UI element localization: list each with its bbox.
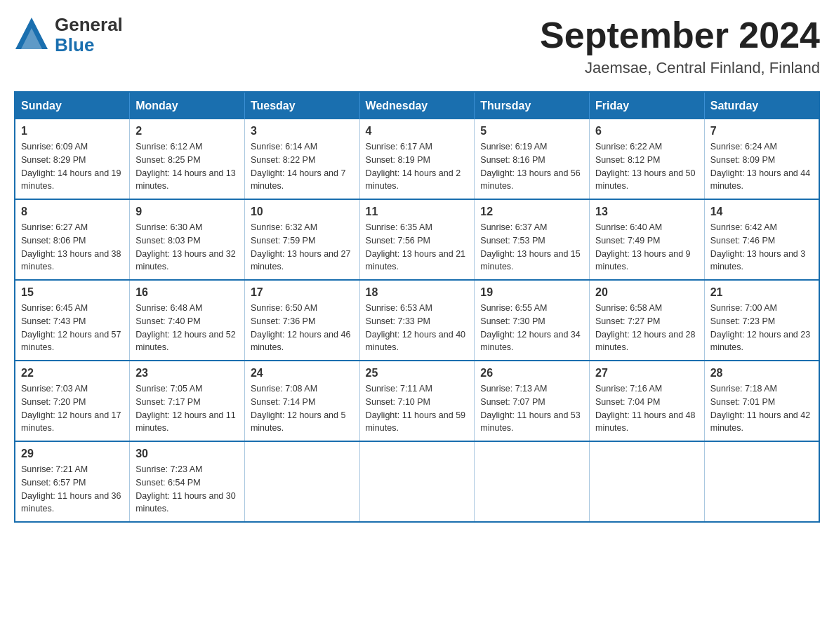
header-sunday: Sunday (15, 92, 130, 119)
table-row: 2 Sunrise: 6:12 AM Sunset: 8:25 PM Dayli… (130, 119, 245, 199)
daylight-text: Daylight: 14 hours and 19 minutes. (21, 168, 121, 192)
day-number: 6 (595, 125, 699, 137)
day-number: 4 (366, 125, 469, 137)
logo-icon (14, 14, 49, 55)
daylight-text: Daylight: 11 hours and 30 minutes. (135, 491, 235, 514)
table-row: 1 Sunrise: 6:09 AM Sunset: 8:29 PM Dayli… (15, 119, 130, 199)
day-number: 26 (480, 367, 583, 380)
daylight-text: Daylight: 11 hours and 53 minutes. (480, 410, 580, 434)
table-row (590, 441, 705, 522)
day-number: 17 (251, 286, 354, 299)
daylight-text: Daylight: 13 hours and 9 minutes. (595, 249, 691, 272)
location-subtitle: Jaemsae, Central Finland, Finland (540, 59, 820, 77)
table-row: 23 Sunrise: 7:05 AM Sunset: 7:17 PM Dayl… (130, 361, 245, 441)
sunrise-text: Sunrise: 7:08 AM (251, 384, 317, 394)
sunset-text: Sunset: 7:46 PM (710, 236, 775, 246)
header-monday: Monday (130, 92, 245, 119)
sunrise-text: Sunrise: 6:55 AM (480, 303, 547, 313)
table-row: 24 Sunrise: 7:08 AM Sunset: 7:14 PM Dayl… (244, 361, 359, 441)
day-number: 9 (135, 206, 239, 218)
day-number: 5 (480, 125, 583, 137)
table-row: 25 Sunrise: 7:11 AM Sunset: 7:10 PM Dayl… (359, 361, 475, 441)
day-info: Sunrise: 6:32 AM Sunset: 7:59 PM Dayligh… (251, 221, 354, 274)
day-info: Sunrise: 7:03 AM Sunset: 7:20 PM Dayligh… (21, 382, 124, 435)
sunrise-text: Sunrise: 7:18 AM (710, 384, 777, 394)
week-row-4: 22 Sunrise: 7:03 AM Sunset: 7:20 PM Dayl… (15, 361, 819, 441)
day-info: Sunrise: 6:55 AM Sunset: 7:30 PM Dayligh… (480, 302, 583, 354)
sunset-text: Sunset: 7:40 PM (135, 316, 200, 326)
daylight-text: Daylight: 13 hours and 27 minutes. (251, 249, 350, 272)
day-info: Sunrise: 6:19 AM Sunset: 8:16 PM Dayligh… (480, 140, 583, 193)
day-number: 11 (366, 206, 469, 218)
day-number: 2 (135, 125, 239, 137)
day-number: 29 (21, 448, 124, 460)
sunrise-text: Sunrise: 6:48 AM (135, 303, 202, 313)
day-number: 28 (710, 367, 813, 380)
sunrise-text: Sunrise: 6:45 AM (21, 303, 88, 313)
table-row: 30 Sunrise: 7:23 AM Sunset: 6:54 PM Dayl… (130, 441, 245, 522)
weekday-header-row: Sunday Monday Tuesday Wednesday Thursday… (15, 92, 819, 119)
day-number: 8 (21, 206, 124, 218)
day-number: 7 (710, 125, 813, 137)
sunset-text: Sunset: 7:07 PM (480, 397, 545, 407)
table-row (704, 441, 819, 522)
sunset-text: Sunset: 7:17 PM (135, 397, 200, 407)
daylight-text: Daylight: 13 hours and 3 minutes. (710, 249, 806, 272)
day-info: Sunrise: 6:40 AM Sunset: 7:49 PM Dayligh… (595, 221, 699, 274)
logo-words: General Blue (55, 15, 123, 55)
sunset-text: Sunset: 7:14 PM (251, 397, 315, 407)
sunrise-text: Sunrise: 6:12 AM (135, 142, 202, 152)
table-row (244, 441, 359, 522)
day-number: 19 (480, 286, 583, 299)
sunset-text: Sunset: 8:09 PM (710, 155, 775, 165)
daylight-text: Daylight: 11 hours and 48 minutes. (595, 410, 695, 434)
week-row-1: 1 Sunrise: 6:09 AM Sunset: 8:29 PM Dayli… (15, 119, 819, 199)
sunrise-text: Sunrise: 7:11 AM (366, 384, 432, 394)
day-info: Sunrise: 6:42 AM Sunset: 7:46 PM Dayligh… (710, 221, 813, 274)
day-info: Sunrise: 6:24 AM Sunset: 8:09 PM Dayligh… (710, 140, 813, 193)
table-row: 21 Sunrise: 7:00 AM Sunset: 7:23 PM Dayl… (704, 280, 819, 361)
day-number: 23 (135, 367, 239, 380)
sunrise-text: Sunrise: 6:42 AM (710, 222, 777, 232)
table-row: 19 Sunrise: 6:55 AM Sunset: 7:30 PM Dayl… (475, 280, 590, 361)
sunset-text: Sunset: 6:54 PM (135, 478, 200, 488)
day-info: Sunrise: 6:37 AM Sunset: 7:53 PM Dayligh… (480, 221, 583, 274)
sunset-text: Sunset: 7:33 PM (366, 316, 430, 326)
daylight-text: Daylight: 13 hours and 50 minutes. (595, 168, 695, 192)
daylight-text: Daylight: 11 hours and 42 minutes. (710, 410, 810, 434)
table-row: 26 Sunrise: 7:13 AM Sunset: 7:07 PM Dayl… (475, 361, 590, 441)
day-info: Sunrise: 7:00 AM Sunset: 7:23 PM Dayligh… (710, 302, 813, 354)
sunset-text: Sunset: 7:43 PM (21, 316, 86, 326)
day-info: Sunrise: 7:21 AM Sunset: 6:57 PM Dayligh… (21, 463, 124, 516)
daylight-text: Daylight: 12 hours and 17 minutes. (21, 410, 121, 434)
sunset-text: Sunset: 8:16 PM (480, 155, 545, 165)
day-number: 14 (710, 206, 813, 218)
sunrise-text: Sunrise: 6:30 AM (135, 222, 202, 232)
table-row: 16 Sunrise: 6:48 AM Sunset: 7:40 PM Dayl… (130, 280, 245, 361)
day-info: Sunrise: 7:11 AM Sunset: 7:10 PM Dayligh… (366, 382, 469, 435)
day-info: Sunrise: 6:35 AM Sunset: 7:56 PM Dayligh… (366, 221, 469, 274)
logo-blue-text: Blue (55, 35, 123, 55)
table-row: 5 Sunrise: 6:19 AM Sunset: 8:16 PM Dayli… (475, 119, 590, 199)
day-info: Sunrise: 6:50 AM Sunset: 7:36 PM Dayligh… (251, 302, 354, 354)
day-number: 16 (135, 286, 239, 299)
sunrise-text: Sunrise: 6:22 AM (595, 142, 662, 152)
day-number: 24 (251, 367, 354, 380)
day-info: Sunrise: 7:23 AM Sunset: 6:54 PM Dayligh… (135, 463, 239, 516)
table-row (359, 441, 475, 522)
table-row: 28 Sunrise: 7:18 AM Sunset: 7:01 PM Dayl… (704, 361, 819, 441)
sunrise-text: Sunrise: 7:21 AM (21, 464, 88, 474)
sunrise-text: Sunrise: 6:58 AM (595, 303, 662, 313)
day-info: Sunrise: 6:17 AM Sunset: 8:19 PM Dayligh… (366, 140, 469, 193)
day-info: Sunrise: 6:30 AM Sunset: 8:03 PM Dayligh… (135, 221, 239, 274)
sunset-text: Sunset: 7:36 PM (251, 316, 315, 326)
day-number: 27 (595, 367, 699, 380)
sunrise-text: Sunrise: 6:35 AM (366, 222, 432, 232)
daylight-text: Daylight: 13 hours and 38 minutes. (21, 249, 121, 272)
day-info: Sunrise: 6:09 AM Sunset: 8:29 PM Dayligh… (21, 140, 124, 193)
sunrise-text: Sunrise: 7:16 AM (595, 384, 662, 394)
day-number: 1 (21, 125, 124, 137)
day-info: Sunrise: 7:16 AM Sunset: 7:04 PM Dayligh… (595, 382, 699, 435)
sunset-text: Sunset: 7:56 PM (366, 236, 430, 246)
week-row-2: 8 Sunrise: 6:27 AM Sunset: 8:06 PM Dayli… (15, 199, 819, 280)
